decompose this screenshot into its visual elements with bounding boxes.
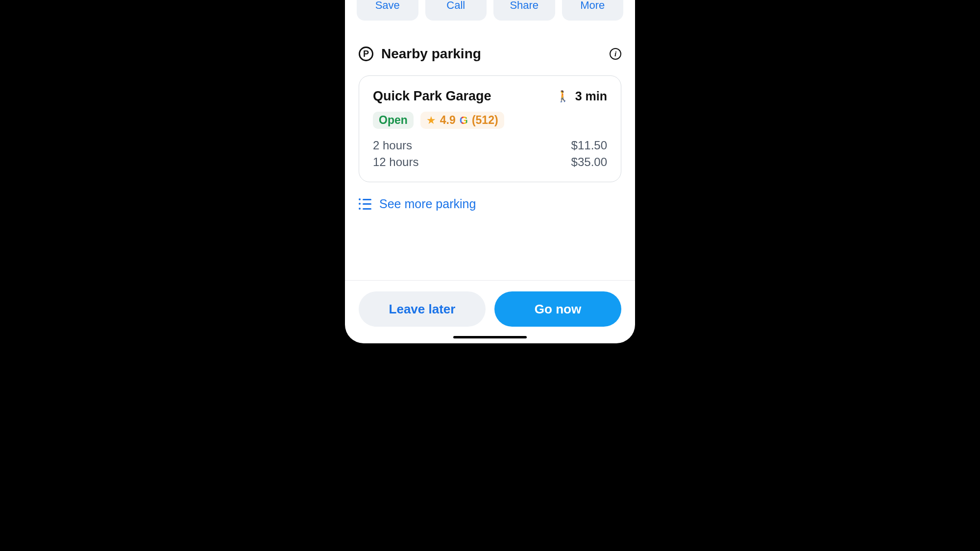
call-button[interactable]: Call	[425, 0, 487, 21]
parking-card-header: Quick Park Garage 🚶 3 min	[373, 89, 607, 104]
save-button[interactable]: Save	[357, 0, 418, 21]
star-icon: ★	[426, 114, 436, 127]
price-row: 12 hours $35.00	[373, 155, 607, 169]
share-button[interactable]: Share	[493, 0, 555, 21]
parking-card[interactable]: Quick Park Garage 🚶 3 min Open ★ 4.9 G (…	[359, 75, 621, 182]
home-indicator[interactable]	[453, 336, 527, 338]
price-label: 2 hours	[373, 139, 412, 152]
see-more-parking-link[interactable]: See more parking	[345, 182, 635, 211]
price-amount: $11.50	[571, 139, 607, 152]
parking-icon: P	[359, 47, 373, 61]
rating-value: 4.9	[440, 114, 456, 127]
parking-name: Quick Park Garage	[373, 89, 550, 104]
list-icon	[359, 199, 371, 210]
walk-icon: 🚶	[556, 90, 569, 103]
nearby-parking-section: P Nearby parking i	[345, 33, 635, 62]
walk-time: 3 min	[575, 89, 607, 103]
screen: Save Call Share More P Nearby parking i …	[345, 0, 635, 343]
bottom-action-bar: Leave later Go now	[345, 280, 635, 343]
parking-badges: Open ★ 4.9 G (512)	[373, 112, 607, 129]
open-badge: Open	[373, 112, 414, 129]
price-row: 2 hours $11.50	[373, 139, 607, 152]
price-list: 2 hours $11.50 12 hours $35.00	[373, 139, 607, 169]
rating-badge: ★ 4.9 G (512)	[420, 112, 504, 129]
review-count: (512)	[472, 114, 498, 127]
price-amount: $35.00	[571, 155, 607, 169]
section-header: P Nearby parking i	[359, 46, 621, 62]
go-now-button[interactable]: Go now	[494, 291, 621, 327]
spacer	[345, 211, 635, 280]
phone-frame: Save Call Share More P Nearby parking i …	[338, 0, 642, 350]
action-pill-row: Save Call Share More	[345, 0, 635, 33]
info-icon[interactable]: i	[610, 48, 621, 60]
see-more-label: See more parking	[379, 197, 476, 211]
leave-later-button[interactable]: Leave later	[359, 291, 486, 327]
google-icon: G	[460, 114, 468, 127]
more-button[interactable]: More	[562, 0, 624, 21]
section-title: Nearby parking	[381, 46, 602, 62]
price-label: 12 hours	[373, 155, 418, 169]
